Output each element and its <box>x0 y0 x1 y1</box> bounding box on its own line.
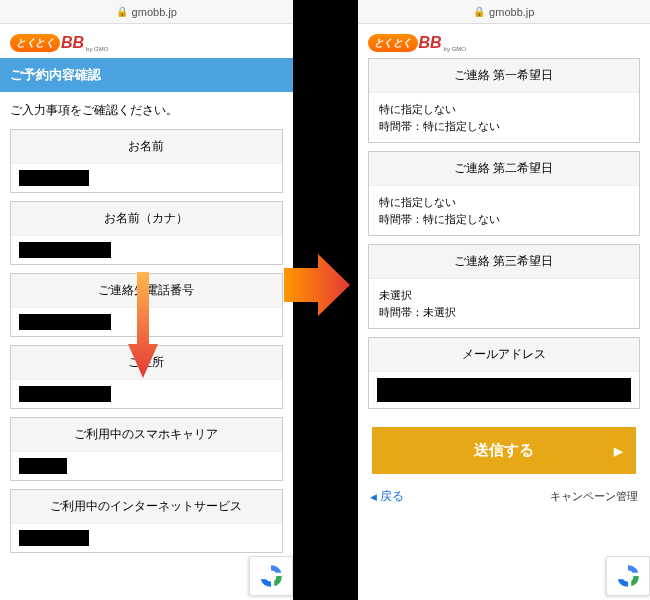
field-label: お名前 <box>11 130 282 164</box>
redacted-value <box>19 242 111 258</box>
page-heading: ご予約内容確認 <box>0 58 293 92</box>
site-logo[interactable]: とくとく BB by GMO <box>368 34 466 52</box>
redacted-value <box>19 386 111 402</box>
site-logo[interactable]: とくとく BB by GMO <box>10 34 108 52</box>
field-contact1: ご連絡 第一希望日 特に指定しない 時間帯：特に指定しない <box>368 58 641 143</box>
screen-confirm-bottom: 🔒 gmobb.jp とくとく BB by GMO ご連絡 第一希望日 特に指定… <box>358 0 651 600</box>
field-email: メールアドレス <box>368 337 641 409</box>
url-text: gmobb.jp <box>132 6 177 18</box>
lock-icon: 🔒 <box>473 6 485 17</box>
recaptcha-icon <box>615 563 641 589</box>
field-label: ご連絡 第二希望日 <box>369 152 640 186</box>
field-name-kana: お名前（カナ） <box>10 201 283 265</box>
lock-icon: 🔒 <box>116 6 128 17</box>
redacted-value <box>19 170 89 186</box>
redacted-value <box>19 530 89 546</box>
redacted-value <box>377 378 632 402</box>
redacted-value <box>19 458 67 474</box>
logo-badge: とくとく <box>10 34 60 52</box>
svg-marker-1 <box>128 272 158 378</box>
field-value: 特に指定しない 時間帯：特に指定しない <box>369 93 640 142</box>
field-label: ご利用中のインターネットサービス <box>11 490 282 524</box>
field-carrier: ご利用中のスマホキャリア <box>10 417 283 481</box>
logo-badge: とくとく <box>368 34 418 52</box>
field-label: ご連絡 第三希望日 <box>369 245 640 279</box>
url-bar: 🔒 gmobb.jp <box>358 0 651 24</box>
field-value: 未選択 時間帯：未選択 <box>369 279 640 328</box>
campaign-link[interactable]: キャンペーン管理 <box>550 489 638 504</box>
logo-sub: by GMO <box>444 46 466 52</box>
field-isp: ご利用中のインターネットサービス <box>10 489 283 553</box>
field-label: メールアドレス <box>369 338 640 372</box>
arrow-down-icon <box>128 270 158 380</box>
field-label: お名前（カナ） <box>11 202 282 236</box>
redacted-value <box>19 314 111 330</box>
content-right: とくとく BB by GMO ご連絡 第一希望日 特に指定しない 時間帯：特に指… <box>358 24 651 600</box>
back-link[interactable]: 戻る <box>370 488 404 505</box>
logo-bb: BB <box>419 34 442 52</box>
field-label: ご利用中のスマホキャリア <box>11 418 282 452</box>
footer-row: 戻る キャンペーン管理 <box>368 488 641 505</box>
logo-sub: by GMO <box>86 46 108 52</box>
recaptcha-badge[interactable] <box>606 556 650 596</box>
field-value: 特に指定しない 時間帯：特に指定しない <box>369 186 640 235</box>
svg-marker-0 <box>284 254 350 316</box>
field-name: お名前 <box>10 129 283 193</box>
field-label: ご連絡 第一希望日 <box>369 59 640 93</box>
submit-button[interactable]: 送信する <box>372 427 637 474</box>
recaptcha-icon <box>258 563 284 589</box>
field-contact2: ご連絡 第二希望日 特に指定しない 時間帯：特に指定しない <box>368 151 641 236</box>
recaptcha-badge[interactable] <box>249 556 293 596</box>
logo-bb: BB <box>61 34 84 52</box>
url-bar: 🔒 gmobb.jp <box>0 0 293 24</box>
url-text: gmobb.jp <box>489 6 534 18</box>
field-contact3: ご連絡 第三希望日 未選択 時間帯：未選択 <box>368 244 641 329</box>
instruction-text: ご入力事項をご確認ください。 <box>10 102 283 119</box>
arrow-right-icon <box>282 250 352 320</box>
